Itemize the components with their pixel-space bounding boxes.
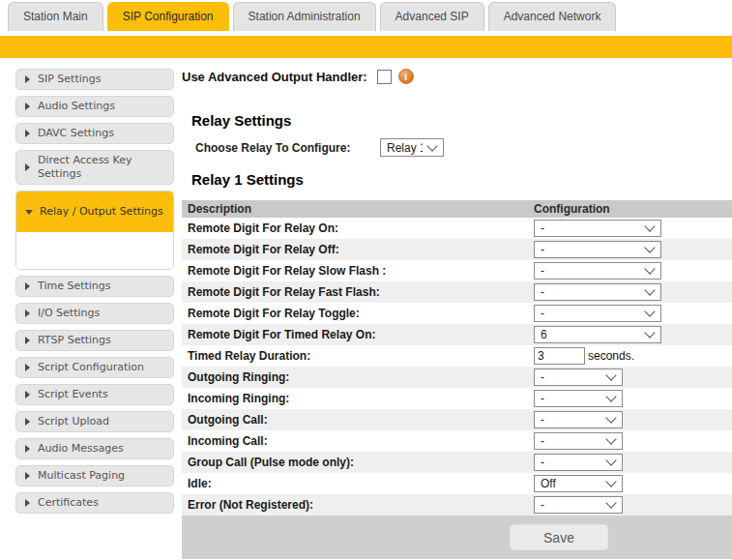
relay1-settings-heading: Relay 1 Settings <box>191 171 732 188</box>
sidebar-item-relay-output-settings[interactable]: Relay / Output Settings <box>16 192 173 232</box>
select-incoming-call[interactable]: - <box>534 432 623 450</box>
select-remote-digit-relay-toggle[interactable]: - <box>534 305 661 322</box>
select-value: - <box>541 434 601 448</box>
choose-relay-select[interactable]: Relay 1 <box>380 138 444 157</box>
sidebar-item-script-upload[interactable]: Script Upload <box>15 411 174 432</box>
sidebar-item-label: Script Upload <box>38 415 109 428</box>
select-idle[interactable]: Off <box>534 475 623 492</box>
configuration-column-header: Configuration <box>534 202 732 216</box>
sidebar-item-direct-access-key-settings[interactable]: Direct Access Key Settings <box>15 150 174 185</box>
row-label: Remote Digit For Relay Toggle: <box>182 307 534 320</box>
chevron-right-icon <box>25 282 30 290</box>
row-label: Idle: <box>182 477 534 490</box>
select-group-call[interactable]: - <box>534 454 623 471</box>
select-value: - <box>541 456 601 469</box>
row-label: Outgoing Call: <box>182 413 534 427</box>
tab-advanced-network[interactable]: Advanced Network <box>488 2 617 31</box>
sidebar-item-label: Script Events <box>38 388 108 401</box>
select-incoming-ringing[interactable]: - <box>534 390 623 407</box>
choose-relay-label: Choose Relay To Configure: <box>195 141 380 155</box>
row-label: Outgoing Ringing: <box>182 370 534 384</box>
chevron-right-icon <box>25 130 30 137</box>
sidebar-item-label: Audio Settings <box>38 100 115 113</box>
chevron-down-icon <box>644 221 655 231</box>
chevron-right-icon <box>25 103 30 110</box>
sidebar-item-certificates[interactable]: Certificates <box>15 492 174 514</box>
table-row: Timed Relay Duration: seconds. <box>182 345 732 367</box>
sidebar-item-label: Multicast Paging <box>38 469 125 483</box>
table-row: Outgoing Call: - <box>182 409 732 430</box>
chevron-down-icon <box>605 455 616 465</box>
sidebar-item-script-configuration[interactable]: Script Configuration <box>15 357 174 378</box>
row-label: Incoming Ringing: <box>182 392 534 405</box>
sidebar-item-io-settings[interactable]: I/O Settings <box>15 303 174 324</box>
select-outgoing-call[interactable]: - <box>534 411 623 428</box>
accent-band <box>0 36 732 58</box>
timed-relay-duration-input[interactable] <box>534 347 585 365</box>
table-row: Remote Digit For Timed Relay On: 6 <box>182 324 732 345</box>
sidebar-item-rtsp-settings[interactable]: RTSP Settings <box>15 330 174 351</box>
chevron-down-icon <box>605 391 616 401</box>
select-value: - <box>541 285 640 299</box>
chevron-down-icon <box>644 327 655 338</box>
sidebar-item-multicast-paging[interactable]: Multicast Paging <box>15 465 174 486</box>
select-remote-digit-relay-on[interactable]: - <box>534 220 661 237</box>
chevron-right-icon <box>25 163 30 171</box>
tab-advanced-sip[interactable]: Advanced SIP <box>380 2 484 31</box>
chevron-right-icon <box>25 499 30 507</box>
tab-sip-configuration[interactable]: SIP Configuration <box>107 2 229 31</box>
row-label: Remote Digit For Relay Off: <box>182 243 534 256</box>
save-button[interactable]: Save <box>510 524 608 550</box>
select-value: 6 <box>541 328 640 341</box>
sidebar-item-sip-settings[interactable]: SIP Settings <box>15 69 174 90</box>
table-row: Incoming Call: - <box>182 430 732 452</box>
sidebar-item-label: SIP Settings <box>38 73 101 86</box>
chevron-down-icon <box>426 140 437 151</box>
chevron-down-icon <box>644 284 655 295</box>
select-remote-digit-relay-fast-flash[interactable]: - <box>534 283 661 301</box>
relay-settings-heading: Relay Settings <box>191 112 732 129</box>
chevron-right-icon <box>25 309 30 317</box>
sidebar-item-label: Direct Access Key Settings <box>38 154 169 181</box>
sidebar-item-audio-settings[interactable]: Audio Settings <box>15 96 174 117</box>
row-label: Remote Digit For Relay On: <box>182 221 534 235</box>
row-label: Remote Digit For Relay Fast Flash: <box>182 285 534 299</box>
chevron-right-icon <box>25 391 30 398</box>
sidebar-item-script-events[interactable]: Script Events <box>15 384 174 405</box>
row-label: Remote Digit For Timed Relay On: <box>182 328 534 341</box>
table-footer: Save <box>182 516 732 559</box>
sidebar-item-label: Audio Messages <box>38 442 124 456</box>
select-remote-digit-relay-off[interactable]: - <box>534 241 661 258</box>
tab-station-administration[interactable]: Station Administration <box>233 2 376 31</box>
sidebar-item-davc-settings[interactable]: DAVC Settings <box>15 123 174 144</box>
select-error-not-registered[interactable]: - <box>534 496 623 514</box>
row-label: Group Call (Pulse mode only): <box>182 456 534 469</box>
chevron-down-icon <box>644 242 655 252</box>
description-column-header: Description <box>182 202 534 216</box>
sidebar-item-audio-messages[interactable]: Audio Messages <box>15 438 174 459</box>
sidebar-item-time-settings[interactable]: Time Settings <box>15 276 174 297</box>
advanced-output-handler-checkbox[interactable] <box>377 70 392 84</box>
chevron-down-icon <box>605 476 616 486</box>
select-outgoing-ringing[interactable]: - <box>534 368 623 386</box>
chevron-right-icon <box>25 445 30 453</box>
sidebar-item-label: DAVC Settings <box>38 127 114 140</box>
row-label: Incoming Call: <box>182 434 534 448</box>
chevron-right-icon <box>25 337 30 344</box>
select-value: - <box>541 370 601 384</box>
select-remote-digit-timed-relay-on[interactable]: 6 <box>534 326 661 343</box>
chevron-down-icon <box>605 369 616 380</box>
main-content: Use Advanced Output Handler: i Relay Set… <box>182 68 732 559</box>
info-icon[interactable]: i <box>398 69 414 84</box>
tab-station-main[interactable]: Station Main <box>8 2 103 31</box>
row-label: Error (Not Registered): <box>182 498 534 512</box>
select-value: Off <box>541 477 601 490</box>
chevron-right-icon <box>25 364 30 371</box>
table-row: Remote Digit For Relay Slow Flash : - <box>182 260 732 281</box>
chevron-down-icon <box>644 306 655 316</box>
select-remote-digit-relay-slow-flash[interactable]: - <box>534 262 661 280</box>
settings-sidebar: SIP Settings Audio Settings DAVC Setting… <box>15 69 174 519</box>
chevron-right-icon <box>25 418 30 426</box>
tab-bar: Station Main SIP Configuration Station A… <box>0 0 732 31</box>
select-value: - <box>541 392 601 405</box>
